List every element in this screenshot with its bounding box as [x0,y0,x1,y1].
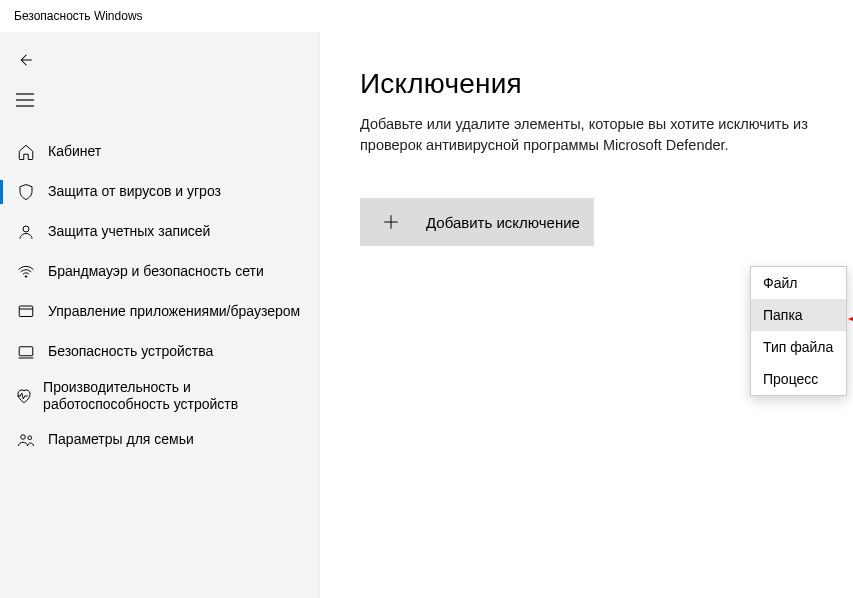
exclusion-type-dropdown: Файл Папка Тип файла Процесс [750,266,847,396]
dropdown-item-process[interactable]: Процесс [751,363,846,395]
sidebar-item-label: Безопасность устройства [48,343,213,361]
dropdown-item-label: Файл [763,275,797,291]
add-exclusion-button[interactable]: Добавить исключение [360,198,594,246]
svg-point-3 [23,226,29,232]
dropdown-item-filetype[interactable]: Тип файла [751,331,846,363]
back-arrow-icon [16,51,34,69]
annotation-arrow [848,312,853,326]
svg-point-10 [28,436,32,440]
page-title: Исключения [360,68,833,100]
svg-marker-14 [848,314,853,324]
network-icon [14,263,38,281]
sidebar-item-firewall[interactable]: Брандмауэр и безопасность сети [0,252,319,292]
dropdown-item-label: Процесс [763,371,818,387]
page-description: Добавьте или удалите элементы, которые в… [360,114,820,156]
dropdown-item-label: Папка [763,307,803,323]
content-area: Исключения Добавьте или удалите элементы… [320,32,853,598]
sidebar-item-performance[interactable]: Производительность и работоспособность у… [0,372,319,420]
sidebar-item-label: Брандмауэр и безопасность сети [48,263,264,281]
account-icon [14,223,38,241]
health-icon [14,387,33,405]
sidebar-item-label: Защита учетных записей [48,223,210,241]
sidebar-item-family[interactable]: Параметры для семьи [0,420,319,460]
window-titlebar: Безопасность Windows [0,0,853,32]
sidebar-item-account-protection[interactable]: Защита учетных записей [0,212,319,252]
device-icon [14,343,38,361]
sidebar-item-label: Управление приложениями/браузером [48,303,300,321]
sidebar-item-label: Производительность и работоспособность у… [43,379,319,414]
dropdown-item-file[interactable]: Файл [751,267,846,299]
back-button[interactable] [0,40,48,80]
family-icon [14,431,38,449]
hamburger-button[interactable] [0,80,48,120]
svg-point-9 [21,435,26,440]
sidebar: Кабинет Защита от вирусов и угроз Защита… [0,32,320,598]
dropdown-item-folder[interactable]: Папка [751,299,846,331]
add-exclusion-label: Добавить исключение [426,214,580,231]
dropdown-item-label: Тип файла [763,339,833,355]
sidebar-item-virus-protection[interactable]: Защита от вирусов и угроз [0,172,319,212]
sidebar-item-home[interactable]: Кабинет [0,132,319,172]
sidebar-item-label: Параметры для семьи [48,431,194,449]
nav-list: Кабинет Защита от вирусов и угроз Защита… [0,132,319,460]
sidebar-item-label: Защита от вирусов и угроз [48,183,221,201]
app-browser-icon [14,303,38,321]
shield-icon [14,183,38,201]
sidebar-item-device-security[interactable]: Безопасность устройства [0,332,319,372]
svg-rect-5 [19,306,33,317]
home-icon [14,143,38,161]
window-title: Безопасность Windows [14,9,143,23]
hamburger-icon [16,93,34,107]
sidebar-item-app-browser[interactable]: Управление приложениями/браузером [0,292,319,332]
plus-icon [382,213,400,231]
sidebar-item-label: Кабинет [48,143,101,161]
svg-point-4 [25,276,27,278]
svg-rect-7 [19,347,33,356]
